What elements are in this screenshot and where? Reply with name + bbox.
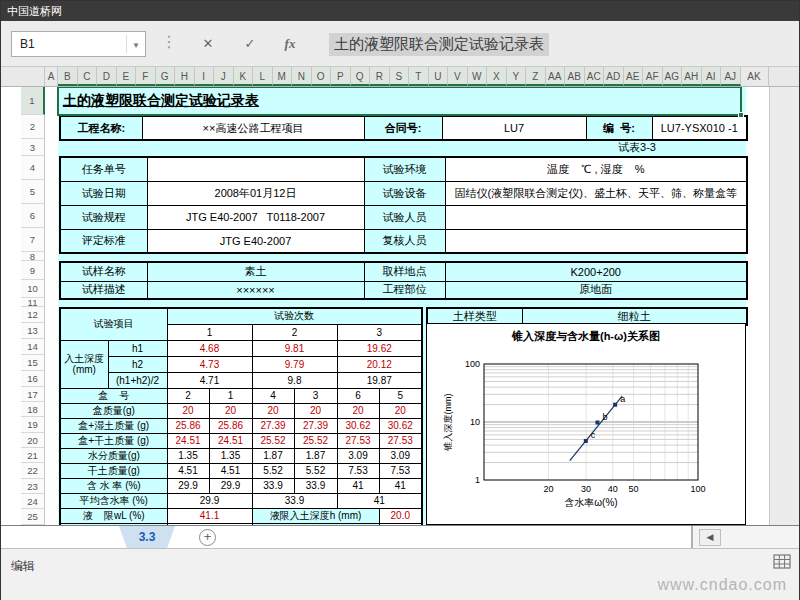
column-header-P[interactable]: P xyxy=(331,67,351,86)
row-label-2[interactable]: 试验环境 xyxy=(364,157,445,181)
measure-value[interactable]: 20 xyxy=(252,403,294,418)
measure-value[interactable]: 5.52 xyxy=(252,463,294,478)
row-label-1[interactable]: 试验日期 xyxy=(60,181,147,205)
row-header-23[interactable]: 23 xyxy=(21,479,45,494)
row-header-12[interactable]: 12 xyxy=(21,307,45,323)
limit-depth-value[interactable] xyxy=(379,523,422,525)
row-header-9[interactable]: 9 xyxy=(21,261,45,280)
depth-value[interactable]: 4.68 xyxy=(167,340,252,356)
row-value-1[interactable]: 素土 xyxy=(147,262,364,281)
record-no-value[interactable]: LU7-YSX010 -1 xyxy=(652,116,747,140)
test-times-header[interactable]: 试验次数 xyxy=(167,308,422,324)
measure-label[interactable]: 盒质量(g) xyxy=(60,403,167,418)
test-item-header[interactable]: 试验项目 xyxy=(60,308,167,340)
column-header-Z[interactable]: Z xyxy=(526,67,546,86)
contract-no-label[interactable]: 合同号: xyxy=(364,116,442,140)
row-value-1[interactable] xyxy=(147,157,364,181)
measure-value[interactable]: 4 xyxy=(252,388,294,403)
measure-value[interactable]: 20 xyxy=(209,403,252,418)
column-header-G[interactable]: G xyxy=(156,67,176,86)
measure-value[interactable]: 7.53 xyxy=(337,463,379,478)
measure-value[interactable]: 30.62 xyxy=(379,418,422,433)
measure-label[interactable]: 含 水 率 (%) xyxy=(60,478,167,493)
limit-depth-value[interactable]: 20.0 xyxy=(379,508,422,523)
measure-value[interactable]: 7.53 xyxy=(379,463,422,478)
form-title-cell[interactable]: 土的液塑限联合测定试验记录表 xyxy=(59,87,739,115)
row-header-8[interactable]: 8 xyxy=(21,252,45,261)
name-box[interactable]: B1 ▼ xyxy=(11,31,146,57)
row-header-5[interactable]: 5 xyxy=(21,180,45,204)
measure-value[interactable]: 4.51 xyxy=(167,463,209,478)
row-label-1[interactable]: 试样名称 xyxy=(60,262,147,281)
limit-value[interactable] xyxy=(167,523,252,525)
measure-value[interactable]: 41 xyxy=(379,478,422,493)
measure-label[interactable]: 盒+干土质量 (g) xyxy=(60,433,167,448)
measure-label[interactable]: 干土质量(g) xyxy=(60,463,167,478)
sheet-reference[interactable]: 试表3-3 xyxy=(589,140,685,156)
row-value-1[interactable]: JTG E40-2007 xyxy=(147,229,364,253)
depth-sub-label[interactable]: (h1+h2)/2 xyxy=(108,372,167,388)
measure-value[interactable]: 25.52 xyxy=(294,433,337,448)
row-value-2[interactable]: 固结仪(液塑限联合测定仪)、盛土杯、天平、筛、称量盒等 xyxy=(445,181,747,205)
measure-value[interactable]: 41 xyxy=(337,478,379,493)
avg-moisture-value[interactable]: 41 xyxy=(337,493,422,508)
row-label-2[interactable]: 试验人员 xyxy=(364,205,445,229)
measure-value[interactable]: 3 xyxy=(294,388,337,403)
column-header-X[interactable]: X xyxy=(487,67,507,86)
row-header-25[interactable]: 25 xyxy=(21,509,45,525)
column-header-R[interactable]: R xyxy=(370,67,390,86)
depth-value[interactable]: 9.79 xyxy=(252,356,337,372)
row-header-19[interactable]: 19 xyxy=(21,417,45,433)
test-times-1[interactable]: 1 xyxy=(167,324,252,340)
row-header-13[interactable]: 13 xyxy=(21,323,45,339)
depth-value[interactable]: 19.62 xyxy=(337,340,422,356)
row-header-21[interactable]: 21 xyxy=(21,448,45,463)
row-value-2[interactable]: 温度 ℃ , 湿度 % xyxy=(445,157,747,181)
column-header-AI[interactable]: AI xyxy=(702,67,722,86)
limit-value[interactable]: 41.1 xyxy=(167,508,252,523)
measure-value[interactable]: 29.9 xyxy=(167,478,209,493)
row-label-1[interactable]: 试样描述 xyxy=(60,281,147,299)
measure-value[interactable]: 3.09 xyxy=(379,448,422,463)
depth-sub-label[interactable]: h2 xyxy=(108,356,167,372)
measure-value[interactable]: 30.62 xyxy=(337,418,379,433)
row-header-4[interactable]: 4 xyxy=(21,156,45,180)
column-header-U[interactable]: U xyxy=(429,67,449,86)
insert-function-icon[interactable]: fx xyxy=(277,33,303,55)
record-no-label[interactable]: 编 号: xyxy=(586,116,652,140)
column-header-F[interactable]: F xyxy=(136,67,156,86)
column-header-AB[interactable]: AB xyxy=(565,67,585,86)
row-value-1[interactable]: ×××××× xyxy=(147,281,364,299)
horizontal-scrollbar[interactable]: ◀ xyxy=(691,526,799,548)
depth-value[interactable]: 20.12 xyxy=(337,356,422,372)
measure-label[interactable]: 盒 号 xyxy=(60,388,167,403)
depth-value[interactable]: 9.81 xyxy=(252,340,337,356)
row-label-2[interactable]: 工程部位 xyxy=(364,281,445,299)
measure-value[interactable]: 25.86 xyxy=(209,418,252,433)
avg-moisture-value[interactable]: 33.9 xyxy=(252,493,337,508)
avg-moisture-value[interactable]: 29.9 xyxy=(167,493,252,508)
row-header-2[interactable]: 2 xyxy=(21,115,45,139)
measure-value[interactable]: 20 xyxy=(337,403,379,418)
row-header-7[interactable]: 7 xyxy=(21,228,45,252)
column-header-L[interactable]: L xyxy=(253,67,273,86)
measure-value[interactable]: 29.9 xyxy=(209,478,252,493)
row-value-1[interactable]: JTG E40-2007 T0118-2007 xyxy=(147,205,364,229)
measure-value[interactable]: 33.9 xyxy=(252,478,294,493)
measure-value[interactable]: 1.87 xyxy=(294,448,337,463)
measure-value[interactable]: 25.86 xyxy=(167,418,209,433)
column-header-D[interactable]: D xyxy=(97,67,117,86)
row-header-3[interactable]: 3 xyxy=(21,139,45,156)
row-label-2[interactable]: 试验设备 xyxy=(364,181,445,205)
row-label-2[interactable]: 复核人员 xyxy=(364,229,445,253)
depth-sub-label[interactable]: h1 xyxy=(108,340,167,356)
row-header-16[interactable]: 16 xyxy=(21,371,45,387)
limit-depth-label[interactable]: 液限入土深度h (mm) xyxy=(252,508,379,523)
row-value-2[interactable] xyxy=(445,205,747,229)
column-header-C[interactable]: C xyxy=(78,67,98,86)
limit-label[interactable]: 塑 限wP (%) xyxy=(60,523,167,525)
column-header-AA[interactable]: AA xyxy=(546,67,566,86)
measure-value[interactable]: 1.87 xyxy=(252,448,294,463)
project-name-label[interactable]: 工程名称: xyxy=(60,116,142,140)
row-value-1[interactable]: 2008年01月12日 xyxy=(147,181,364,205)
